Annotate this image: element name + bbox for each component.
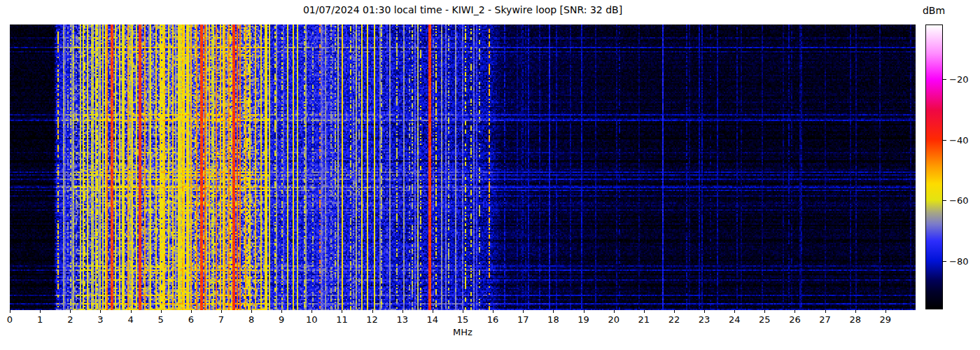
x-tick <box>131 310 132 313</box>
x-tick-label: 27 <box>819 314 831 325</box>
x-tick-label: 18 <box>547 314 559 325</box>
x-tick-label: 10 <box>306 314 318 325</box>
colorbar-tick-label: −60 <box>949 195 968 206</box>
x-tick <box>855 310 856 313</box>
x-tick <box>523 310 524 313</box>
spectrogram-figure: 01/07/2024 01:30 local time - KIWI_2 - S… <box>0 0 980 350</box>
x-tick <box>463 310 463 313</box>
x-tick-label: 23 <box>699 314 710 325</box>
x-tick-label: 16 <box>487 314 499 325</box>
x-tick-label: 2 <box>67 314 73 325</box>
x-axis-label: MHz <box>10 327 916 337</box>
x-tick <box>191 310 192 313</box>
colorbar-tick-label: −80 <box>949 255 968 266</box>
x-tick <box>40 310 41 313</box>
x-tick <box>433 310 433 313</box>
x-tick-label: 22 <box>668 314 680 325</box>
x-tick-label: 28 <box>849 314 861 325</box>
x-tick <box>221 310 222 313</box>
x-tick <box>10 310 10 313</box>
x-tick <box>70 310 71 313</box>
x-tick <box>402 310 403 313</box>
colorbar <box>925 24 943 309</box>
waterfall-plot <box>10 24 916 310</box>
x-tick-label: 21 <box>638 314 650 325</box>
x-tick-label: 7 <box>218 314 224 325</box>
x-tick <box>794 310 795 313</box>
x-tick <box>312 310 312 313</box>
colorbar-tick <box>943 261 946 262</box>
colorbar-tick <box>943 140 946 141</box>
x-tick-label: 5 <box>158 314 164 325</box>
x-tick-label: 3 <box>97 314 103 325</box>
x-tick-label: 26 <box>789 314 801 325</box>
x-tick-label: 14 <box>427 314 439 325</box>
x-tick-label: 24 <box>729 314 741 325</box>
x-tick-label: 0 <box>7 314 13 325</box>
x-tick <box>372 310 373 313</box>
x-tick-label: 17 <box>517 314 529 325</box>
colorbar-tick-label: −20 <box>949 74 968 84</box>
x-tick-label: 8 <box>248 314 254 325</box>
x-tick <box>584 310 584 313</box>
x-tick-label: 19 <box>578 314 589 325</box>
x-tick <box>342 310 342 313</box>
x-tick <box>764 310 765 313</box>
x-tick <box>281 310 282 313</box>
x-tick-label: 6 <box>188 314 194 325</box>
x-tick-label: 29 <box>880 314 892 325</box>
x-tick-label: 4 <box>127 314 133 325</box>
x-tick-label: 20 <box>608 314 620 325</box>
colorbar-tick <box>943 79 946 80</box>
x-tick <box>674 310 675 313</box>
colorbar-tick-label: −40 <box>949 134 968 145</box>
x-tick-label: 13 <box>396 314 408 325</box>
x-tick <box>644 310 645 313</box>
x-tick <box>493 310 493 313</box>
x-tick <box>614 310 615 313</box>
chart-title: 01/07/2024 01:30 local time - KIWI_2 - S… <box>10 4 916 15</box>
x-tick-label: 9 <box>279 314 284 325</box>
x-tick <box>734 310 735 313</box>
x-tick-label: 25 <box>759 314 771 325</box>
x-tick-label: 11 <box>336 314 348 325</box>
waterfall-canvas <box>10 24 916 310</box>
x-tick <box>886 310 886 313</box>
x-tick-label: 1 <box>37 314 43 325</box>
x-tick <box>100 310 101 313</box>
x-tick <box>825 310 826 313</box>
colorbar-tick <box>943 200 946 201</box>
x-tick <box>704 310 705 313</box>
x-tick-label: 12 <box>366 314 378 325</box>
x-tick <box>553 310 554 313</box>
x-tick <box>161 310 162 313</box>
x-tick-label: 15 <box>457 314 469 325</box>
colorbar-label: dBm <box>911 5 956 16</box>
x-tick <box>251 310 252 313</box>
